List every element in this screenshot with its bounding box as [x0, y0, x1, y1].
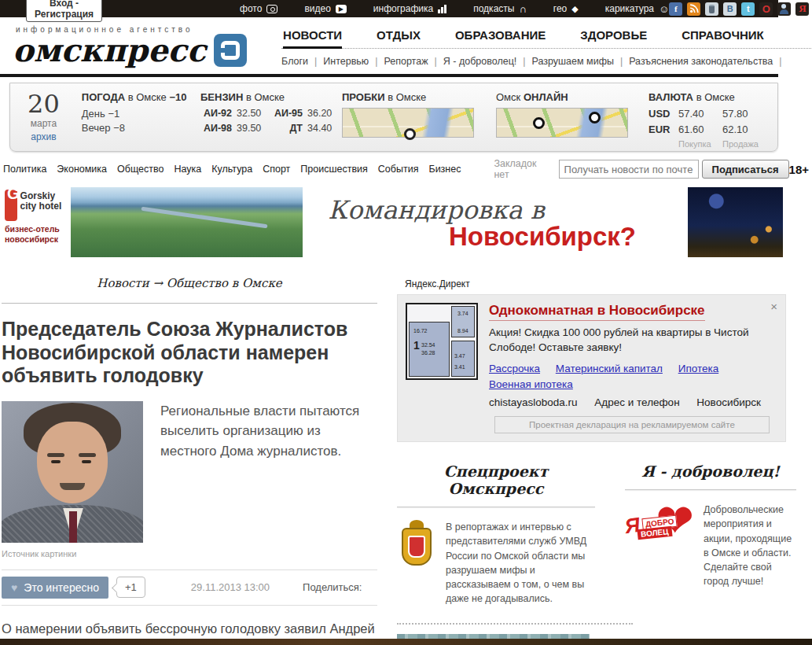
category-politics[interactable]: Политика: [3, 164, 46, 175]
bottom-banner-strip: [0, 639, 812, 645]
menu-item-podcasts[interactable]: подкасты ∩: [473, 3, 527, 14]
menu-item-label: карикатура: [605, 3, 654, 14]
slogan-line-2: Новосибирск?: [397, 222, 688, 252]
sell-label: Продажа: [722, 139, 766, 149]
rss-icon[interactable]: [687, 2, 700, 16]
category-economy[interactable]: Экономика: [57, 164, 107, 175]
rss-waves-icon: [689, 4, 699, 13]
slogan-line-1: Командировка в: [303, 195, 570, 225]
volunteer-block: Я - доброволец! ❤ Я ДОБРО ВОЛЕЦ Добровол…: [625, 463, 796, 606]
subnav-myths[interactable]: Разрушаем мифы: [532, 56, 614, 67]
divider: [397, 507, 595, 507]
special-project-title[interactable]: Спецпроект Омскпресс: [397, 463, 595, 497]
subnav-interview[interactable]: Интервью: [323, 56, 369, 67]
brand-name: омскпресс: [13, 35, 206, 66]
article-social-row: ♥ Это интересно +1 29.11.2013 13:00 Поде…: [2, 569, 377, 606]
plan-dim: 36.28: [421, 350, 435, 356]
tab-directory[interactable]: СПРАВОЧНИК: [682, 28, 764, 42]
category-sport[interactable]: Спорт: [263, 164, 290, 175]
floor-plan-image[interactable]: 3.74 16.72 8.94 1 32.54 36.28 3.47 3.41: [406, 303, 478, 380]
opera-icon[interactable]: O: [759, 2, 773, 16]
tab-leisure[interactable]: ОТДЫХ: [377, 28, 421, 42]
date-day: 20: [21, 91, 66, 116]
subnav-reportage[interactable]: Репортаж: [384, 56, 428, 67]
ad-title-link[interactable]: Однокомнатная в Новосибирске: [489, 303, 705, 321]
profile-icon[interactable]: [777, 2, 791, 16]
bookmarks-status: Закладок нет: [494, 158, 536, 180]
subscribe-button[interactable]: Подписаться: [702, 160, 789, 179]
menu-item-infographics[interactable]: инфографика: [373, 3, 446, 14]
volunteer-title[interactable]: Я - доброволец!: [625, 463, 796, 480]
vkontakte-icon[interactable]: В: [723, 2, 737, 16]
fuel-grade: АИ-95: [271, 108, 307, 119]
menu-item-caricature[interactable]: карикатура ☺: [605, 3, 670, 14]
police-crest-icon[interactable]: [397, 520, 436, 569]
like-label: Это интересно: [24, 581, 99, 594]
photo-caption[interactable]: Источник картинки: [2, 549, 377, 558]
subnav-volunteer[interactable]: Я - доброволец!: [443, 56, 517, 67]
ad-link-maternity[interactable]: Материнский капитал: [556, 363, 663, 374]
fuel-grade: АИ-92: [200, 108, 237, 119]
facebook-icon[interactable]: f: [669, 2, 682, 16]
traffic-title: ПРОБКИ: [342, 91, 385, 103]
dotted-divider: [397, 623, 633, 625]
menu-item-photo[interactable]: фото: [240, 3, 277, 14]
tab-education[interactable]: ОБРАЗОВАНИЕ: [455, 28, 546, 42]
date-month: марта: [21, 118, 66, 129]
ad-address-link[interactable]: Адрес и телефон: [594, 396, 679, 408]
header-divider: [0, 74, 778, 77]
hotel-subtitle: бизнес-отель новосибирск: [5, 224, 68, 245]
plan-dim: 3.47: [454, 353, 465, 359]
login-register-button[interactable]: Вход - Регистрация: [26, 0, 102, 22]
subnav-blogs[interactable]: Блоги: [281, 56, 308, 67]
phone-glyph-icon: [709, 5, 715, 13]
article-column: Новости → Общество в Омске Председатель …: [2, 276, 377, 645]
traffic-map[interactable]: [342, 108, 474, 138]
menu-item-geo[interactable]: гео ◆: [553, 3, 579, 14]
site-logo[interactable]: информационное агентство омскпресс: [13, 25, 247, 67]
fuel-grade: ДТ: [271, 123, 307, 134]
menu-item-video[interactable]: видео ▶: [304, 3, 346, 14]
category-society[interactable]: Общество: [117, 164, 164, 175]
banner-night-city-image: [688, 187, 783, 257]
menu-item-label: гео: [553, 3, 567, 14]
menu-item-label: инфографика: [373, 3, 433, 14]
mobile-icon[interactable]: [705, 2, 718, 16]
volunteer-logo-icon[interactable]: ❤ Я ДОБРО ВОЛЕЦ: [625, 503, 694, 553]
bar-chart-icon: [438, 5, 446, 13]
close-icon[interactable]: ×: [770, 300, 777, 313]
category-culture[interactable]: Культура: [211, 164, 252, 175]
subnav-law[interactable]: Разъяснения законодательства: [629, 56, 773, 67]
fuel-grade: АИ-98: [200, 123, 237, 134]
archive-link[interactable]: архив: [31, 131, 56, 142]
article-title: Председатель Союза Журналистов Новосибир…: [2, 318, 377, 388]
ad-declaration-button[interactable]: Проектная декларация на рекламируемом са…: [494, 416, 769, 433]
compass-icon: ◆: [571, 4, 578, 14]
sidebar-column: Яндекс.Директ × 3.74 16.72 8.94 1 32.54 …: [397, 276, 812, 645]
category-incidents[interactable]: Происшествия: [300, 164, 367, 175]
currency-sell: 57.80: [722, 108, 766, 120]
ad-domain[interactable]: chistayasloboda.ru: [489, 396, 578, 408]
category-events[interactable]: События: [378, 164, 419, 175]
email-subscribe-input[interactable]: [559, 160, 699, 179]
currency-title: ВАЛЮТА: [648, 91, 693, 103]
yandex-icon[interactable]: Я: [795, 2, 809, 16]
like-button[interactable]: ♥ Это интересно: [2, 577, 108, 599]
special-project-block: Спецпроект Омскпресс В репортажах и инте…: [397, 463, 595, 606]
ad-link-installment[interactable]: Рассрочка: [489, 363, 540, 374]
heart-icon: ♥: [11, 581, 17, 594]
plus-one-button[interactable]: +1: [116, 577, 145, 598]
twitter-icon[interactable]: t: [741, 2, 755, 16]
category-business[interactable]: Бизнес: [428, 164, 461, 175]
category-science[interactable]: Наука: [174, 164, 201, 175]
weather-title: ПОГОДА: [82, 91, 125, 103]
tab-health[interactable]: ЗДОРОВЬЕ: [580, 28, 647, 42]
yandex-direct-label[interactable]: Яндекс.Директ: [405, 278, 470, 289]
hotel-banner-ad[interactable]: Gorskiy city hotel бизнес-отель новосиби…: [0, 187, 783, 257]
ad-link-military-mortgage[interactable]: Военная ипотека: [489, 378, 573, 390]
breadcrumb[interactable]: Новости → Общество в Омске: [2, 276, 377, 290]
ad-link-mortgage[interactable]: Ипотека: [678, 363, 718, 374]
camera-icon: [266, 5, 277, 13]
webcams-map[interactable]: [496, 108, 628, 138]
tab-news[interactable]: НОВОСТИ: [283, 28, 342, 49]
